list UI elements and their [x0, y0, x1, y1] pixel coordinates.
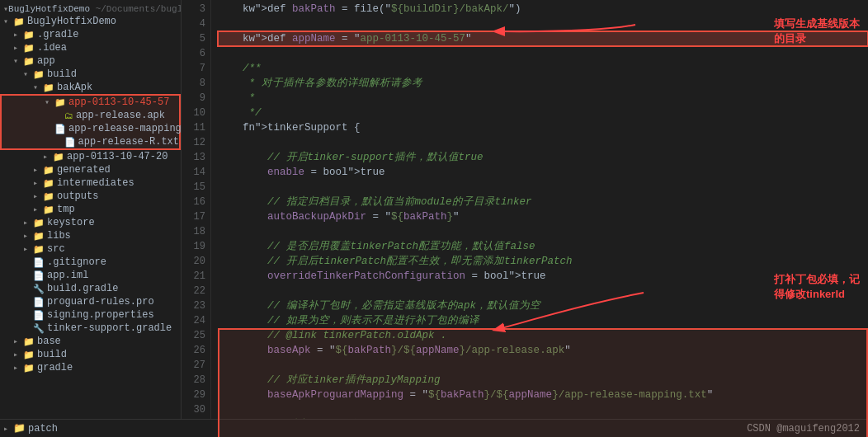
- folder-icon: 📁: [13, 16, 25, 27]
- line-number: 18: [182, 224, 205, 239]
- code-line: *: [218, 91, 868, 106]
- tree-label: intermediates: [57, 177, 134, 189]
- code-editor: 3456789101112131415161718192021222324252…: [182, 0, 868, 437]
- tree-item-gradle-root[interactable]: ▸📁.gradle: [0, 28, 181, 41]
- code-line: [218, 16, 868, 31]
- file-icon: 📄: [33, 257, 45, 268]
- tree-label: .idea: [37, 42, 67, 54]
- tree-item-src[interactable]: ▸📁src: [0, 242, 181, 256]
- tree-item-gitignore[interactable]: 📄.gitignore: [0, 256, 181, 269]
- tree-label: libs: [47, 230, 71, 242]
- tree-item-app-release-mapping[interactable]: 📄app-release-mapping.txt: [0, 122, 181, 135]
- folder-icon: 📁: [43, 82, 54, 93]
- tree-item-build[interactable]: ▾📁build: [0, 68, 181, 81]
- tree-label: app-0113-10-45-57: [68, 96, 169, 108]
- tree-item-outputs[interactable]: ▸📁outputs: [0, 190, 181, 203]
- tree-item-signing-props[interactable]: 📄signing.properties: [0, 308, 181, 322]
- line-number: 24: [182, 313, 205, 328]
- tree-item-bakApk[interactable]: ▾📁bakApk: [0, 81, 181, 94]
- tree-item-base[interactable]: ▸📁base: [0, 335, 181, 348]
- chevron-icon: ▸: [13, 336, 23, 346]
- tree-item-generated[interactable]: ▸📁generated: [0, 163, 181, 176]
- code-line: overrideTinkerPatchConfiguration = bool"…: [218, 269, 868, 284]
- line-number: 23: [182, 298, 205, 313]
- chevron-icon: ▸: [13, 43, 23, 53]
- code-area: 3456789101112131415161718192021222324252…: [182, 0, 868, 437]
- tree-label: gradle: [37, 362, 73, 374]
- line-number: 20: [182, 254, 205, 269]
- chevron-icon: ▸: [13, 30, 23, 40]
- tree-item-app-release-R[interactable]: 📄app-release-R.txt: [0, 135, 181, 150]
- chevron-icon: ▸: [13, 363, 23, 373]
- folder-icon: 📁: [23, 56, 35, 67]
- chevron-icon: ▾: [13, 56, 23, 66]
- patch-label: patch: [28, 423, 58, 435]
- line-number: 3: [182, 2, 205, 16]
- line-number: 22: [182, 284, 205, 298]
- tree-item-app-0113-10-45-57[interactable]: ▾📁app-0113-10-45-57: [0, 94, 181, 109]
- tree-item-root[interactable]: ▾📁BuglyHotfixDemo: [0, 15, 181, 28]
- tree-item-app-release-apk[interactable]: 🗂app-release.apk: [0, 109, 181, 122]
- line-number: 5: [182, 31, 205, 46]
- line-number: 7: [182, 61, 205, 76]
- line-number: 8: [182, 76, 205, 91]
- tree-label: app-0113-10-47-20: [67, 151, 167, 162]
- folder-icon: 📁: [23, 336, 35, 347]
- tree-item-libs[interactable]: ▸📁libs: [0, 229, 181, 242]
- chevron-icon: ▸: [23, 218, 33, 228]
- line-number: 16: [182, 195, 205, 209]
- code-line: // @link tinkerPatch.oldApk .: [218, 328, 868, 343]
- tree-item-app-0113-10-47-20[interactable]: ▸📁app-0113-10-47-20: [0, 150, 181, 163]
- chevron-icon: ▸: [43, 152, 53, 162]
- line-number: 4: [182, 16, 205, 31]
- code-line: // 开启后tinkerPatch配置不生效，即无需添加tinkerPatch: [218, 254, 868, 269]
- tree-item-build-gradle[interactable]: 🔧build.gradle: [0, 282, 181, 295]
- watermark: CSDN @maguifeng2012: [747, 423, 860, 435]
- line-number: 15: [182, 180, 205, 195]
- code-line: * 对于插件各参数的详细解析请参考: [218, 76, 868, 91]
- tree-item-app[interactable]: ▾📁app: [0, 54, 181, 68]
- line-number: 17: [182, 209, 205, 224]
- tree-label: generated: [57, 164, 111, 176]
- line-number: 9: [182, 91, 205, 106]
- code-line: [218, 358, 868, 373]
- code-line: fn">tinkerSupport {: [218, 120, 868, 135]
- code-content: kw">def bakPath = file("${buildDir}/bakA…: [211, 0, 868, 437]
- tree-item-build2[interactable]: ▸📁build: [0, 348, 181, 361]
- tree-item-intermediates[interactable]: ▸📁intermediates: [0, 176, 181, 190]
- folder-icon: 📁: [23, 43, 35, 54]
- file-icon: 📄: [33, 310, 45, 321]
- code-line: [218, 46, 868, 61]
- tree-item-tinker-support[interactable]: 🔧tinker-support.gradle: [0, 322, 181, 335]
- line-number: 30: [182, 402, 205, 417]
- bottom-bar: CSDN @maguifeng2012: [182, 419, 868, 437]
- folder-icon: 📁: [23, 30, 35, 40]
- tree-item-keystore[interactable]: ▸📁keystore: [0, 216, 181, 229]
- tree-label: .gradle: [37, 29, 78, 40]
- tree-label: tinker-support.gradle: [47, 322, 172, 334]
- chevron-icon: ▸: [33, 204, 43, 214]
- file-tree[interactable]: ▾ BuglyHotfixDemo ~/Documents/bugly/code…: [0, 0, 182, 437]
- line-number: 28: [182, 373, 205, 388]
- file-icon: 📄: [33, 297, 45, 308]
- tree-item-tmp[interactable]: ▸📁tmp: [0, 203, 181, 216]
- file-icon: 📄: [33, 270, 45, 281]
- project-root[interactable]: ▾ BuglyHotfixDemo ~/Documents/bugly/code…: [0, 3, 181, 15]
- line-number: 12: [182, 135, 205, 150]
- folder-icon: 📁: [13, 422, 26, 435]
- tree-item-app-iml[interactable]: 📄app.iml: [0, 269, 181, 282]
- folder-icon: 📁: [53, 152, 64, 162]
- chevron-icon: ▸: [23, 231, 33, 241]
- tree-item-gradle2[interactable]: ▸📁gradle: [0, 361, 181, 374]
- tree-label: BuglyHotfixDemo: [27, 16, 116, 27]
- folder-icon: 📁: [33, 69, 45, 80]
- tree-label: build: [37, 349, 67, 360]
- tree-item-idea[interactable]: ▸📁.idea: [0, 41, 181, 54]
- folder-icon: 📁: [54, 97, 66, 108]
- code-line: // 开启tinker-support插件，默认值true: [218, 150, 868, 165]
- annotation-top-right: 填写生成基线版本 的目录: [774, 16, 860, 46]
- sidebar-bottom-item[interactable]: ▸ 📁 patch: [0, 419, 182, 437]
- tree-item-proguard-rules[interactable]: 📄proguard-rules.pro: [0, 295, 181, 308]
- tree-label: base: [37, 336, 61, 347]
- folder-icon: 📁: [33, 218, 45, 228]
